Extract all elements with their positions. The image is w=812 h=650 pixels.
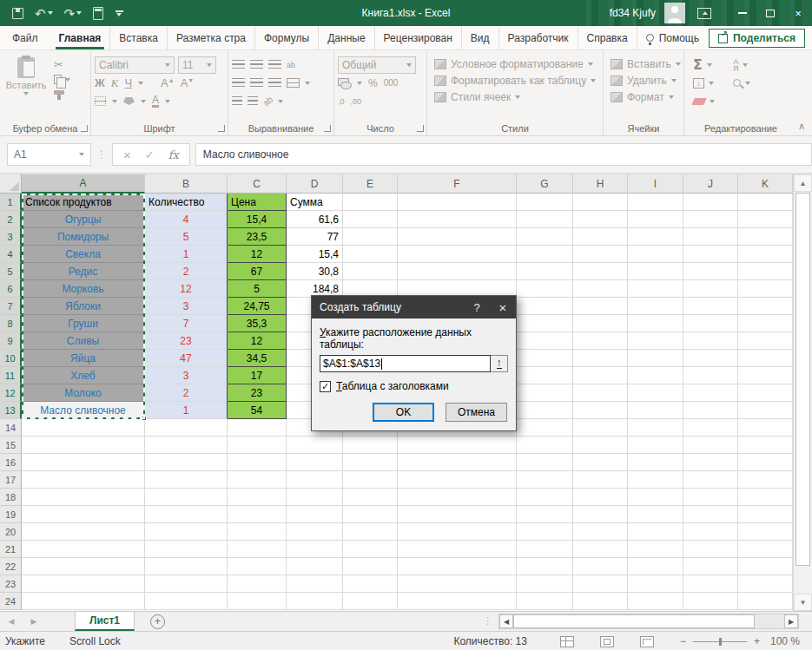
cell-H15[interactable] — [573, 437, 628, 454]
shrink-font-button[interactable]: А▼ — [181, 76, 195, 89]
cell-styles-button[interactable]: Стили ячеек — [434, 89, 599, 105]
row-header-2[interactable]: 2 — [0, 211, 22, 228]
cancel-entry-icon[interactable]: × — [123, 148, 131, 162]
user-name[interactable]: fd34 Kjufy — [610, 7, 656, 19]
cell-H5[interactable] — [573, 263, 628, 280]
cell-A7[interactable]: Яблоки — [22, 298, 145, 315]
cell-G19[interactable] — [517, 506, 573, 523]
row-header-20[interactable]: 20 — [0, 523, 22, 541]
cell-A1[interactable]: Список продуктов — [22, 194, 145, 211]
row-header-21[interactable]: 21 — [0, 541, 22, 558]
tab-вид[interactable]: Вид — [462, 26, 499, 49]
cell-B14[interactable] — [145, 419, 228, 437]
wrap-text-icon[interactable]: ab — [287, 61, 295, 69]
borders-icon[interactable] — [95, 96, 106, 106]
cell-B9[interactable]: 23 — [145, 332, 228, 350]
cell-C7[interactable]: 24,75 — [228, 298, 287, 315]
undo-icon[interactable]: ↶ — [35, 7, 53, 20]
save-icon[interactable] — [12, 8, 23, 19]
cell-F2[interactable] — [398, 211, 517, 228]
column-header-I[interactable]: I — [628, 174, 683, 194]
cell-A10[interactable]: Яйца — [22, 350, 145, 367]
row-header-18[interactable]: 18 — [0, 489, 22, 506]
cell-C23[interactable] — [228, 575, 287, 593]
cell-E24[interactable] — [343, 593, 398, 610]
cell-J20[interactable] — [683, 523, 738, 541]
dialog-close-icon[interactable]: × — [490, 296, 516, 318]
cell-C1[interactable]: Цена — [228, 194, 287, 211]
orientation-icon[interactable]: ab — [261, 95, 275, 108]
cell-J11[interactable] — [683, 367, 738, 384]
cell-F19[interactable] — [398, 506, 517, 523]
cell-J12[interactable] — [683, 384, 738, 402]
cell-A20[interactable] — [22, 523, 145, 541]
delete-cells-button[interactable]: Удалить — [611, 72, 680, 89]
dialog-title-bar[interactable]: Создать таблицу ? × — [312, 296, 516, 318]
cell-D5[interactable]: 30,8 — [287, 263, 343, 280]
cell-B21[interactable] — [145, 541, 228, 558]
paste-button[interactable]: Вставить — [3, 56, 49, 120]
cell-G23[interactable] — [517, 575, 573, 593]
cell-J10[interactable] — [683, 350, 738, 367]
cell-E20[interactable] — [343, 523, 398, 541]
clipboard-dialog-launcher[interactable] — [81, 125, 88, 132]
cell-K18[interactable] — [738, 489, 793, 506]
cell-F5[interactable] — [398, 263, 517, 280]
user-avatar[interactable] — [664, 3, 685, 23]
cell-E22[interactable] — [343, 558, 398, 575]
font-name-select[interactable]: Calibri — [95, 56, 175, 74]
align-right-icon[interactable] — [268, 78, 281, 88]
tab-данные[interactable]: Данные — [319, 26, 374, 49]
cell-J23[interactable] — [683, 575, 738, 593]
cell-G7[interactable] — [517, 298, 573, 315]
cell-H21[interactable] — [573, 541, 628, 558]
cell-H20[interactable] — [573, 523, 628, 541]
cell-J7[interactable] — [683, 298, 738, 315]
cell-K3[interactable] — [738, 228, 793, 246]
cell-K2[interactable] — [738, 211, 793, 228]
cell-G11[interactable] — [517, 367, 573, 384]
row-header-7[interactable]: 7 — [0, 298, 22, 315]
merge-center-icon[interactable] — [287, 78, 300, 88]
table-range-input[interactable]: $A$1:$A$13 — [320, 355, 491, 372]
cell-K21[interactable] — [738, 541, 793, 558]
cell-A18[interactable] — [22, 489, 145, 506]
cell-A15[interactable] — [22, 437, 145, 454]
percent-style-button[interactable]: % — [368, 77, 378, 89]
cell-B20[interactable] — [145, 523, 228, 541]
cell-A5[interactable]: Редис — [22, 263, 145, 280]
new-sheet-icon[interactable]: + — [150, 614, 165, 629]
tab-справка[interactable]: Справка — [578, 26, 637, 49]
grow-font-button[interactable]: А▲ — [161, 76, 175, 89]
row-header-5[interactable]: 5 — [0, 263, 22, 280]
column-header-E[interactable]: E — [343, 174, 398, 194]
insert-function-icon[interactable]: fx — [168, 148, 179, 161]
cell-J9[interactable] — [683, 332, 738, 350]
cell-I24[interactable] — [628, 593, 683, 610]
cell-C22[interactable] — [228, 558, 287, 575]
cell-K8[interactable] — [738, 315, 793, 332]
align-center-icon[interactable] — [250, 78, 263, 88]
cell-G12[interactable] — [517, 384, 573, 402]
cell-H14[interactable] — [573, 419, 628, 437]
cell-I10[interactable] — [628, 350, 683, 367]
cell-A19[interactable] — [22, 506, 145, 523]
cancel-button[interactable]: Отмена — [446, 403, 507, 422]
align-middle-icon[interactable] — [250, 60, 263, 69]
align-bottom-icon[interactable] — [268, 60, 281, 69]
column-header-G[interactable]: G — [517, 174, 573, 194]
ok-button[interactable]: OK — [373, 403, 434, 422]
cell-I23[interactable] — [628, 575, 683, 593]
cell-K6[interactable] — [738, 280, 793, 298]
cell-H1[interactable] — [573, 194, 628, 211]
next-sheet-icon[interactable]: ▶ — [23, 612, 45, 631]
number-dialog-launcher[interactable] — [417, 125, 424, 132]
cell-D21[interactable] — [287, 541, 343, 558]
cell-B11[interactable]: 3 — [145, 367, 228, 384]
cell-I2[interactable] — [628, 211, 683, 228]
select-all-corner[interactable] — [0, 174, 22, 194]
horizontal-scroll-thumb[interactable] — [513, 614, 755, 628]
cell-D17[interactable] — [287, 471, 343, 489]
cell-I15[interactable] — [628, 437, 683, 454]
row-header-11[interactable]: 11 — [0, 367, 22, 384]
